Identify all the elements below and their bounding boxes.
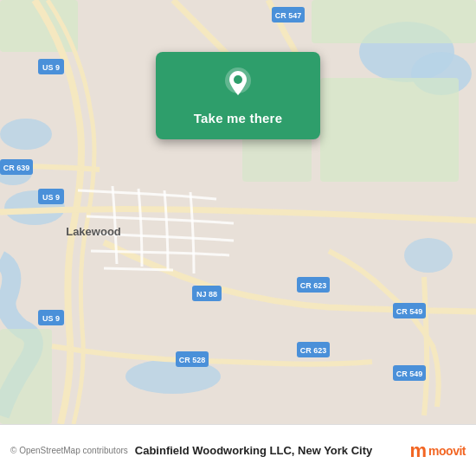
svg-text:CR 623: CR 623 bbox=[300, 346, 327, 355]
svg-rect-10 bbox=[320, 78, 459, 182]
svg-text:NJ 88: NJ 88 bbox=[196, 290, 217, 299]
location-pin-icon bbox=[220, 66, 256, 102]
map-area: US 9 US 9 US 9 CR 547 CR 547 CR 639 NJ 8… bbox=[0, 0, 476, 424]
svg-text:US 9: US 9 bbox=[42, 193, 60, 202]
svg-point-7 bbox=[404, 238, 453, 273]
copyright-text: © OpenStreetMap contributors bbox=[10, 446, 128, 455]
svg-rect-11 bbox=[0, 329, 52, 424]
popup-card: Take me there bbox=[156, 52, 320, 139]
moovit-logo: m moovit bbox=[410, 441, 466, 460]
svg-text:CR 549: CR 549 bbox=[396, 370, 423, 378]
svg-text:CR 528: CR 528 bbox=[179, 356, 206, 364]
svg-text:US 9: US 9 bbox=[42, 314, 60, 323]
moovit-m-icon: m bbox=[410, 441, 428, 460]
svg-text:Lakewood: Lakewood bbox=[66, 225, 121, 238]
svg-point-39 bbox=[234, 75, 242, 84]
svg-rect-9 bbox=[312, 0, 476, 43]
svg-point-3 bbox=[0, 119, 52, 150]
svg-text:CR 547: CR 547 bbox=[275, 11, 302, 20]
svg-text:CR 623: CR 623 bbox=[300, 281, 327, 290]
bottom-bar: © OpenStreetMap contributors Cabinfield … bbox=[0, 424, 476, 476]
svg-text:CR 549: CR 549 bbox=[396, 307, 423, 316]
take-me-there-button[interactable]: Take me there bbox=[190, 109, 286, 127]
location-info: Cabinfield Woodworking LLC, New York Cit… bbox=[135, 444, 403, 457]
svg-text:CR 639: CR 639 bbox=[3, 164, 30, 172]
svg-text:US 9: US 9 bbox=[42, 63, 60, 72]
moovit-wordmark: moovit bbox=[428, 444, 466, 458]
